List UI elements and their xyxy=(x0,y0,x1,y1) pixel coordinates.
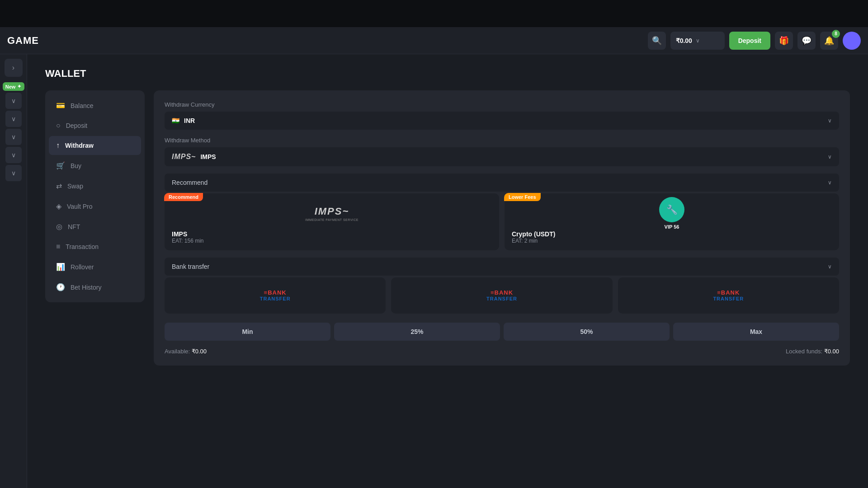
ebank-text-2: ≡BANK xyxy=(486,289,517,296)
nav-label-nft: NFT xyxy=(68,223,80,230)
chevron-down-icon-5: ∨ xyxy=(11,169,16,177)
chat-button[interactable]: 💬 xyxy=(797,32,816,50)
crypto-logo-area: 🔧 VIP 56 xyxy=(512,200,832,227)
new-label: New xyxy=(5,84,16,89)
bank-cards: ≡BANK TRANSFER ≡BANK TRANSFER xyxy=(165,277,839,314)
transaction-icon: ≡ xyxy=(56,243,60,251)
25pct-button[interactable]: 25% xyxy=(334,323,500,341)
bank-card-1[interactable]: ≡BANK TRANSFER xyxy=(165,277,386,314)
top-black-bar xyxy=(0,0,868,27)
sidebar-chevron-1[interactable]: ∨ xyxy=(5,93,22,109)
main-layout: › New ✦ ∨ ∨ ∨ ∨ ∨ WALLET 💳 Ba xyxy=(0,54,868,488)
bank-transfer-header[interactable]: Bank transfer ∨ xyxy=(165,258,839,276)
available-section: Available: ₹0.00 xyxy=(165,348,207,355)
nav-item-vault-pro[interactable]: ◈ Vault Pro xyxy=(49,197,141,216)
chat-icon: 💬 xyxy=(802,36,811,46)
withdraw-icon: ↑ xyxy=(56,141,60,150)
nav-label-rollover: Rollover xyxy=(71,263,94,271)
locked-amount: ₹0.00 xyxy=(824,348,839,355)
deposit-icon: ○ xyxy=(56,122,61,130)
balance-chevron-icon: ∨ xyxy=(696,38,700,44)
sidebar-expand-button[interactable]: › xyxy=(5,59,23,77)
crypto-card-eat: EAT: 2 min xyxy=(512,238,832,244)
available-amount: ₹0.00 xyxy=(192,348,207,355)
wallet-layout: 💳 Balance ○ Deposit ↑ Withdraw 🛒 Buy ⇄ xyxy=(45,90,850,366)
max-button[interactable]: Max xyxy=(673,323,839,341)
swap-icon: ⇄ xyxy=(56,182,62,190)
sidebar-new-badge[interactable]: New ✦ xyxy=(3,82,24,91)
method-card-crypto[interactable]: Lower Fees 🔧 VIP 56 Crypto (USDT) EAT: 2… xyxy=(505,193,839,250)
nav-item-nft[interactable]: ◎ NFT xyxy=(49,217,141,236)
buy-icon: 🛒 xyxy=(56,161,65,170)
nav-label-deposit: Deposit xyxy=(66,122,87,129)
available-row: Available: ₹0.00 Locked funds: ₹0.00 xyxy=(165,348,839,355)
crypto-avatar: 🔧 xyxy=(659,197,684,222)
method-value: IMPS xyxy=(200,153,216,160)
content-area: WALLET 💳 Balance ○ Deposit ↑ Withdraw 🛒 xyxy=(27,54,868,488)
nav-label-buy: Buy xyxy=(71,162,81,169)
bank-logo-3: ≡BANK TRANSFER xyxy=(713,289,744,302)
locked-label: Locked funds: xyxy=(786,348,822,355)
recommend-section: Recommend ∨ Recommend IMPS~ IMMEDIATE PA… xyxy=(165,174,839,250)
bank-logo-2: ≡BANK TRANSFER xyxy=(486,289,517,302)
sidebar-chevron-5[interactable]: ∨ xyxy=(5,165,22,181)
avatar-button[interactable] xyxy=(843,32,861,50)
balance-widget[interactable]: ₹0.00 ∨ xyxy=(670,32,725,50)
currency-dropdown[interactable]: 🇮🇳 INR ∨ xyxy=(165,112,839,130)
crypto-card-name: Crypto (USDT) xyxy=(512,230,832,238)
sidebar-chevron-2[interactable]: ∨ xyxy=(5,111,22,127)
imps-subtext: IMMEDIATE PAYMENT SERVICE xyxy=(305,218,359,221)
method-dropdown-inner: IMPS~ IMPS xyxy=(172,153,216,161)
ebank-text-1: ≡BANK xyxy=(260,289,291,296)
bank-card-2[interactable]: ≡BANK TRANSFER xyxy=(391,277,612,314)
method-label: Withdraw Method xyxy=(165,137,839,144)
nav-item-bet-history[interactable]: 🕐 Bet History xyxy=(49,277,141,297)
transfer-text-3: TRANSFER xyxy=(713,296,744,302)
bank-transfer-section: Bank transfer ∨ ≡BANK TRANSFER ≡BA xyxy=(165,258,839,314)
bank-logo-1: ≡BANK TRANSFER xyxy=(260,289,291,302)
inr-flag: 🇮🇳 xyxy=(172,117,179,124)
bank-card-3[interactable]: ≡BANK TRANSFER xyxy=(618,277,839,314)
nav-item-swap[interactable]: ⇄ Swap xyxy=(49,176,141,196)
rollover-icon: 📊 xyxy=(56,263,65,271)
amount-buttons: Min 25% 50% Max xyxy=(165,323,839,341)
notification-button[interactable]: 🔔 8 xyxy=(820,32,838,50)
nav-item-balance[interactable]: 💳 Balance xyxy=(49,96,141,115)
deposit-button[interactable]: Deposit xyxy=(729,32,770,50)
available-label: Available: xyxy=(165,348,190,355)
chevron-down-icon-2: ∨ xyxy=(11,115,16,122)
recommend-label: Recommend xyxy=(172,179,208,186)
min-button[interactable]: Min xyxy=(165,323,330,341)
imps-logo-text: IMPS~ xyxy=(305,206,359,217)
recommend-header[interactable]: Recommend ∨ xyxy=(165,174,839,192)
nav-item-transaction[interactable]: ≡ Transaction xyxy=(49,237,141,256)
transfer-text-2: TRANSFER xyxy=(486,296,517,302)
search-button[interactable]: 🔍 xyxy=(648,32,666,50)
nav-label-transaction: Transaction xyxy=(66,243,99,250)
imps-logo-small: IMPS~ xyxy=(172,153,196,161)
sidebar-chevron-3[interactable]: ∨ xyxy=(5,129,22,145)
nav-label-bet-history: Bet History xyxy=(71,284,101,291)
imps-card-name: IMPS xyxy=(172,230,492,238)
recommend-chevron-icon: ∨ xyxy=(828,179,832,186)
chevron-down-icon-3: ∨ xyxy=(11,133,16,141)
sidebar-chevron-4[interactable]: ∨ xyxy=(5,147,22,163)
ebank-text-3: ≡BANK xyxy=(713,289,744,296)
nav-item-deposit[interactable]: ○ Deposit xyxy=(49,116,141,135)
method-dropdown[interactable]: IMPS~ IMPS ∨ xyxy=(165,147,839,166)
gift-button[interactable]: 🎁 xyxy=(775,32,793,50)
nav-item-rollover[interactable]: 📊 Rollover xyxy=(49,257,141,277)
method-section: Withdraw Method IMPS~ IMPS ∨ xyxy=(165,137,839,166)
method-card-imps[interactable]: Recommend IMPS~ IMMEDIATE PAYMENT SERVIC… xyxy=(165,193,499,250)
nav-label-balance: Balance xyxy=(71,102,94,109)
wallet-nav: 💳 Balance ○ Deposit ↑ Withdraw 🛒 Buy ⇄ xyxy=(45,90,145,302)
nav-item-buy[interactable]: 🛒 Buy xyxy=(49,156,141,175)
method-cards: Recommend IMPS~ IMMEDIATE PAYMENT SERVIC… xyxy=(165,193,839,250)
page-title: WALLET xyxy=(45,68,850,80)
sidebar-collapsed: › New ✦ ∨ ∨ ∨ ∨ ∨ xyxy=(0,54,27,488)
lower-fees-badge: Lower Fees xyxy=(504,193,541,201)
bank-transfer-chevron-icon: ∨ xyxy=(828,263,832,270)
50pct-button[interactable]: 50% xyxy=(504,323,670,341)
chevron-right-icon: › xyxy=(12,64,14,72)
nav-item-withdraw[interactable]: ↑ Withdraw xyxy=(49,136,141,155)
